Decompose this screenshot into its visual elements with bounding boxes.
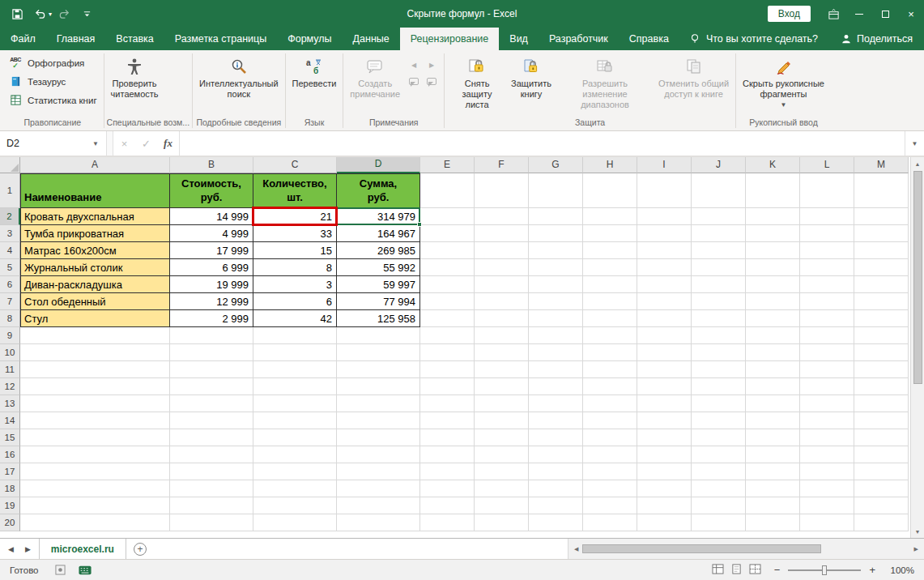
cell-G5[interactable] [529,259,583,276]
cell-G3[interactable] [529,225,583,242]
cell-F14[interactable] [475,412,529,429]
cell-B1[interactable]: Стоимость, руб. [170,173,253,208]
cell-C12[interactable] [253,378,337,395]
new-sheet-button[interactable]: + [134,543,147,556]
column-header-F[interactable]: F [475,157,529,173]
cell-D16[interactable] [337,446,420,463]
cell-M9[interactable] [854,327,909,344]
cell-G15[interactable] [529,429,583,446]
cell-B4[interactable]: 17 999 [170,242,253,259]
check-accessibility-button[interactable]: Проверить читаемость [107,51,163,117]
cell-K20[interactable] [746,514,800,531]
column-header-J[interactable]: J [692,157,746,173]
cell-I14[interactable] [637,412,692,429]
cell-A12[interactable] [20,378,170,395]
tab-page-layout[interactable]: Разметка страницы [164,28,277,50]
cell-F10[interactable] [475,344,529,361]
cell-A3[interactable]: Тумба прикроватная [20,225,170,242]
cell-E5[interactable] [420,259,475,276]
cell-M3[interactable] [854,225,909,242]
cell-E8[interactable] [420,310,475,327]
cell-H9[interactable] [583,327,637,344]
cell-L8[interactable] [800,310,854,327]
cell-M8[interactable] [854,310,909,327]
cell-G19[interactable] [529,497,583,514]
cell-G20[interactable] [529,514,583,531]
cell-J19[interactable] [692,497,746,514]
cell-B19[interactable] [170,497,253,514]
cell-C6[interactable]: 3 [253,276,337,293]
row-header-2[interactable]: 2 [0,208,20,225]
cell-G10[interactable] [529,344,583,361]
customize-quick-access-button[interactable] [76,3,97,24]
cell-L16[interactable] [800,446,854,463]
zoom-out-icon[interactable]: − [774,564,781,576]
cell-G4[interactable] [529,242,583,259]
cell-I7[interactable] [637,293,692,310]
column-header-K[interactable]: K [746,157,800,173]
cell-H20[interactable] [583,514,637,531]
row-header-7[interactable]: 7 [0,293,20,310]
cell-B6[interactable]: 19 999 [170,276,253,293]
cell-F7[interactable] [475,293,529,310]
cell-C9[interactable] [253,327,337,344]
cell-M1[interactable] [854,173,909,208]
cell-B20[interactable] [170,514,253,531]
cell-B9[interactable] [170,327,253,344]
cell-F16[interactable] [475,446,529,463]
tell-me-box[interactable]: Что вы хотите сделать? [679,28,828,50]
cell-M12[interactable] [854,378,909,395]
cell-L19[interactable] [800,497,854,514]
cell-H12[interactable] [583,378,637,395]
row-header-19[interactable]: 19 [0,497,20,514]
cell-F19[interactable] [475,497,529,514]
cell-K10[interactable] [746,344,800,361]
cell-B5[interactable]: 6 999 [170,259,253,276]
row-header-16[interactable]: 16 [0,446,20,463]
tab-file[interactable]: Файл [0,28,46,50]
cell-A9[interactable] [20,327,170,344]
cell-J17[interactable] [692,463,746,480]
cell-B13[interactable] [170,395,253,412]
cell-I5[interactable] [637,259,692,276]
cell-B18[interactable] [170,480,253,497]
cell-I2[interactable] [637,208,692,225]
cell-C11[interactable] [253,361,337,378]
cell-J20[interactable] [692,514,746,531]
cell-I10[interactable] [637,344,692,361]
row-header-17[interactable]: 17 [0,463,20,480]
cell-A20[interactable] [20,514,170,531]
row-header-14[interactable]: 14 [0,412,20,429]
cell-I4[interactable] [637,242,692,259]
cell-C8[interactable]: 42 [253,310,337,327]
cell-A18[interactable] [20,480,170,497]
horizontal-scrollbar[interactable]: ◀ ▶ [568,539,924,559]
maximize-button[interactable] [872,0,898,28]
cell-D14[interactable] [337,412,420,429]
cell-C3[interactable]: 33 [253,225,337,242]
cell-E6[interactable] [420,276,475,293]
cell-E17[interactable] [420,463,475,480]
cell-E1[interactable] [420,173,475,208]
cell-I20[interactable] [637,514,692,531]
cell-E4[interactable] [420,242,475,259]
cell-F1[interactable] [475,173,529,208]
row-header-6[interactable]: 6 [0,276,20,293]
cell-F11[interactable] [475,361,529,378]
cell-F9[interactable] [475,327,529,344]
cell-L6[interactable] [800,276,854,293]
cell-C2[interactable]: 21 [253,208,337,225]
allow-edit-ranges-button[interactable]: Разрешить изменение диапазонов [556,51,654,117]
cell-M10[interactable] [854,344,909,361]
cell-G17[interactable] [529,463,583,480]
tab-help[interactable]: Справка [619,28,679,50]
cell-D4[interactable]: 269 985 [337,242,420,259]
cell-K14[interactable] [746,412,800,429]
cell-A7[interactable]: Стол обеденный [20,293,170,310]
cell-H15[interactable] [583,429,637,446]
cell-M6[interactable] [854,276,909,293]
sheet-tab-active[interactable]: microexcel.ru [39,539,126,559]
cell-D11[interactable] [337,361,420,378]
cell-M18[interactable] [854,480,909,497]
cell-L7[interactable] [800,293,854,310]
